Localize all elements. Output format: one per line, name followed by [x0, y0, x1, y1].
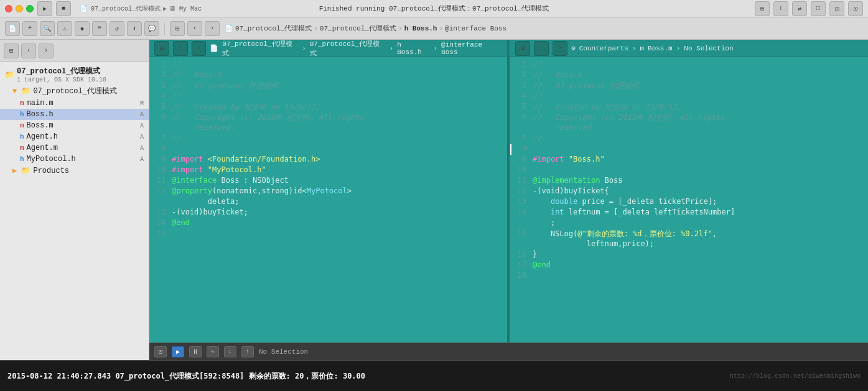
sidebar-content: 📁 07_protocol_代理模式 1 target, OS X SDK 10…: [0, 62, 149, 360]
tb-file1: 07_protocol_代理模式: [235, 24, 312, 33]
code-line: 4 //: [149, 91, 507, 102]
left-grid-btn[interactable]: ⊞: [154, 41, 169, 56]
products-label: Products: [33, 167, 69, 175]
debug-step-out-btn[interactable]: ↑: [241, 346, 254, 357]
code-line: 15: [149, 229, 507, 239]
sidebar-item-products[interactable]: ▶ 📁 Products: [0, 165, 149, 177]
layout-btn3[interactable]: ⇄: [792, 1, 807, 16]
back-btn[interactable]: ‹: [187, 21, 202, 36]
code-line: 10: [510, 165, 868, 176]
debug-step-over-btn[interactable]: ↷: [207, 346, 219, 357]
code-line: 7 //: [149, 134, 507, 144]
code-line: 18: [510, 271, 868, 282]
code-line: 8: [149, 144, 507, 155]
sidebar-item-boss-h[interactable]: h Boss.h A: [0, 109, 149, 120]
file-boss-m-badge: A: [140, 122, 144, 129]
left-back-btn[interactable]: ‹: [173, 41, 188, 56]
code-line: 3 // 07_protocol_代理模式: [510, 81, 868, 91]
layout-btn6[interactable]: ⊡: [848, 1, 863, 16]
sidebar-item-agent-h[interactable]: h Agent.h A: [0, 131, 149, 142]
layout-btn1[interactable]: ⊞: [755, 1, 770, 16]
fullscreen-button[interactable]: [26, 5, 34, 12]
file-icon-m-agent: m: [20, 144, 24, 152]
right-bc-sep1: ›: [632, 45, 637, 52]
right-back-btn[interactable]: ‹: [534, 41, 549, 56]
code-line: ;: [510, 218, 868, 229]
fwd-btn[interactable]: ›: [205, 21, 220, 36]
group-name: 07_protocol_代理模式: [33, 86, 116, 96]
sidebar-item-mypotocol-h[interactable]: h MyPotocol.h A: [0, 154, 149, 165]
code-line: 16 }: [510, 250, 868, 260]
console-output: 2015-08-12 21:40:27.843 07_protocol_代理模式…: [7, 371, 365, 382]
stop-button[interactable]: ■: [56, 1, 71, 16]
file-main-m-badge: M: [140, 100, 144, 107]
code-line: reserved.: [149, 123, 507, 134]
debug-play-btn[interactable]: ▶: [172, 346, 184, 357]
sidebar-item-main-m[interactable]: m main.m M: [0, 98, 149, 109]
editor-area: ⊞ ‹ › 📄 07_protocol_代理模式 › 07_protocol_代…: [149, 40, 868, 360]
warn-btn[interactable]: ⚠: [57, 21, 72, 36]
history-btn[interactable]: ↺: [110, 21, 124, 36]
sidebar-item-boss-m[interactable]: m Boss.m A: [0, 120, 149, 131]
left-fwd-btn[interactable]: ›: [192, 41, 207, 56]
debug-pause-btn[interactable]: ⏸: [189, 346, 202, 357]
right-code-header: ⊞ ‹ › ⚙ Counterparts › m Boss.m › No Sel…: [510, 40, 868, 57]
code-line: 1 //: [149, 60, 507, 70]
add-btn[interactable]: +: [22, 21, 37, 36]
console: 2015-08-12 21:40:27.843 07_protocol_代理模式…: [0, 360, 868, 391]
file-boss-h-badge: A: [140, 111, 144, 118]
close-button[interactable]: [5, 5, 12, 12]
grid-btn[interactable]: ⊞: [170, 21, 185, 36]
sidebar-item-project[interactable]: 📁 07_protocol_代理模式 1 target, OS X SDK 10…: [0, 65, 149, 85]
file-main-m-label: main.m: [27, 99, 54, 108]
debug-step-in-btn[interactable]: ↓: [224, 346, 236, 357]
code-line: 10 #import "MyPotocol.h": [149, 165, 507, 176]
file-icon-h-mypotocol: h: [20, 155, 24, 163]
share-btn[interactable]: ⬆: [127, 21, 142, 36]
layout-btn4[interactable]: □: [811, 1, 826, 16]
file-icon-m: m: [20, 99, 24, 107]
left-bc-sep1: ›: [302, 45, 306, 52]
bookmark-btn[interactable]: ◆: [75, 21, 90, 36]
layout-btn5[interactable]: ◫: [829, 1, 844, 16]
editor-panels: ⊞ ‹ › 📄 07_protocol_代理模式 › 07_protocol_代…: [149, 40, 868, 343]
file-icon-h-agent: h: [20, 133, 24, 140]
scheme-label: 📄 07_protocol_代理模式: [80, 4, 161, 13]
code-line: 3 // 07_protocol_代理模式: [149, 81, 507, 91]
list-btn[interactable]: ≡: [92, 21, 107, 36]
file-mypotocol-label: MyPotocol.h: [27, 155, 76, 163]
code-line: 12 -(void)buyTicket{: [510, 186, 868, 197]
run-button[interactable]: ▶: [37, 1, 52, 16]
code-line: leftnum,price);: [510, 239, 868, 250]
code-line: 7 //: [510, 134, 868, 144]
code-line: 6 // Copyright (c) 2015年 杞文明. All rights: [510, 113, 868, 123]
right-bc-sep2: ›: [676, 45, 681, 52]
sidebar-item-group[interactable]: ▼ 📁 07_protocol_代理模式: [0, 85, 149, 98]
sidebar-back-btn[interactable]: ‹: [21, 44, 36, 58]
code-line: 13 double price = [_deleta ticketPrice];: [510, 197, 868, 208]
code-line: 1 //: [510, 60, 868, 70]
layout-btn2[interactable]: ↕: [773, 1, 788, 16]
code-line: 8: [510, 144, 868, 155]
code-line: 17 @end: [510, 260, 868, 271]
file-agent-h-badge: A: [140, 134, 144, 140]
sidebar-grid-btn[interactable]: ⊞: [4, 44, 19, 58]
code-line: 9 #import <Foundation/Foundation.h>: [149, 155, 507, 165]
sidebar-fwd-btn[interactable]: ›: [39, 44, 54, 58]
right-fwd-btn[interactable]: ›: [553, 41, 567, 56]
code-line: 11 @interface Boss : NSObject: [149, 176, 507, 186]
new-file-btn[interactable]: 📄: [5, 21, 20, 36]
search-btn[interactable]: 🔍: [40, 21, 55, 36]
project-subtitle: 1 target, OS X SDK 10.10: [17, 76, 106, 83]
minimize-button[interactable]: [16, 5, 23, 12]
toolbar: 📄 + 🔍 ⚠ ◆ ≡ ↺ ⬆ 💬 ⊞ ‹ › 📄 07_protocol_代理…: [0, 17, 868, 40]
right-grid-btn[interactable]: ⊞: [515, 41, 530, 56]
sidebar-item-agent-m[interactable]: m Agent.m A: [0, 142, 149, 154]
tb-file-h[interactable]: h Boss.h: [404, 25, 437, 32]
debug-console-btn[interactable]: ⊡: [154, 346, 167, 357]
file-icon-h-boss: h: [20, 111, 24, 118]
left-code-header: ⊞ ‹ › 📄 07_protocol_代理模式 › 07_protocol_代…: [149, 40, 507, 57]
code-line: 5 // Created by 杞文明 on 15/8/12.: [510, 102, 868, 113]
tb-interface: @interface Boss: [445, 25, 506, 32]
msg-btn[interactable]: 💬: [144, 21, 159, 36]
